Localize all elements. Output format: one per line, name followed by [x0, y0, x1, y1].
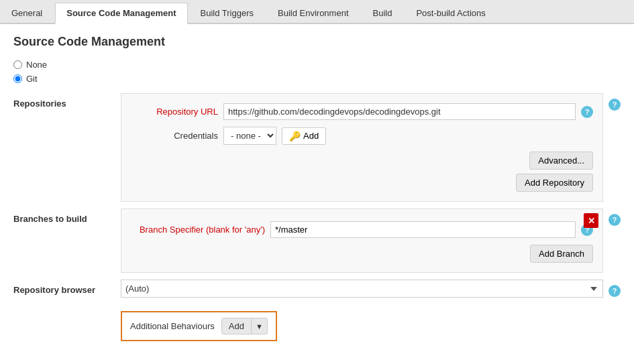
tab-build[interactable]: Build — [362, 3, 404, 23]
radio-none: None — [13, 60, 621, 70]
radio-git-input[interactable] — [13, 74, 22, 83]
add-dropdown-arrow-icon: ▼ — [252, 320, 267, 333]
repositories-label: Repositories — [13, 93, 121, 109]
browser-row: (Auto) — [121, 280, 603, 298]
repositories-section: Repositories Repository URL ? Credential… — [13, 93, 621, 202]
add-branch-button[interactable]: Add Branch — [530, 245, 593, 263]
radio-git: Git — [13, 74, 621, 84]
branch-specifier-row: Branch Specifier (blank for 'any') ? — [131, 221, 593, 238]
additional-behaviours-section: Additional Behaviours Add ▼ — [13, 311, 621, 341]
branch-specifier-label: Branch Specifier (blank for 'any') — [131, 225, 265, 235]
credentials-label: Credentials — [131, 131, 218, 141]
branches-help-icon[interactable]: ? — [609, 214, 621, 226]
tab-general[interactable]: General — [0, 3, 54, 23]
repository-browser-help-icon[interactable]: ? — [609, 285, 621, 297]
tab-build-triggers[interactable]: Build Triggers — [189, 3, 265, 23]
branch-specifier-input[interactable] — [270, 221, 576, 238]
branches-label: Branches to build — [13, 208, 121, 224]
radio-none-input[interactable] — [13, 60, 22, 69]
credentials-add-label: Add — [303, 131, 319, 141]
credentials-add-button[interactable]: 🔑 Add — [282, 127, 326, 145]
repo-url-label: Repository URL — [131, 107, 218, 117]
repositories-help-icon[interactable]: ? — [609, 99, 621, 111]
tabs-bar: General Source Code Management Build Tri… — [0, 0, 634, 24]
repository-browser-select[interactable]: (Auto) — [121, 280, 603, 298]
tab-post-build-actions[interactable]: Post-build Actions — [405, 3, 496, 23]
repositories-box: Repository URL ? Credentials - none - 🔑 … — [121, 93, 603, 202]
credentials-select[interactable]: - none - — [223, 127, 276, 145]
credentials-row: Credentials - none - 🔑 Add — [131, 127, 593, 145]
radio-git-label: Git — [26, 74, 38, 84]
additional-behaviours-box: Additional Behaviours Add ▼ — [121, 311, 277, 341]
repository-browser-label: Repository browser — [13, 280, 121, 295]
branches-section: Branches to build ✕ Branch Specifier (bl… — [13, 208, 621, 273]
remove-branch-button[interactable]: ✕ — [584, 213, 598, 228]
additional-behaviours-label — [13, 311, 121, 316]
page-title: Source Code Management — [13, 35, 621, 49]
additional-behaviours-text: Additional Behaviours — [130, 321, 215, 331]
key-icon: 🔑 — [289, 131, 301, 141]
page-content: Source Code Management None Git Reposito… — [0, 24, 634, 364]
branches-box: ✕ Branch Specifier (blank for 'any') ? A… — [121, 208, 603, 273]
additional-behaviours-add-button[interactable]: Add ▼ — [221, 318, 268, 335]
repo-actions: Advanced... Add Repository — [131, 151, 593, 192]
radio-none-label: None — [26, 60, 47, 70]
scm-radio-group: None Git — [13, 60, 621, 84]
tab-source-code-management[interactable]: Source Code Management — [55, 3, 187, 24]
advanced-button[interactable]: Advanced... — [529, 151, 593, 170]
repo-url-input[interactable] — [223, 103, 576, 120]
repo-url-row: Repository URL ? — [131, 103, 593, 120]
add-repository-button[interactable]: Add Repository — [516, 174, 593, 192]
repo-url-help-icon[interactable]: ? — [581, 106, 593, 118]
add-dropdown-label: Add — [222, 318, 252, 334]
add-branch-row: Add Branch — [131, 245, 593, 263]
tab-build-environment[interactable]: Build Environment — [266, 3, 360, 23]
repository-browser-section: Repository browser (Auto) ? — [13, 280, 621, 304]
